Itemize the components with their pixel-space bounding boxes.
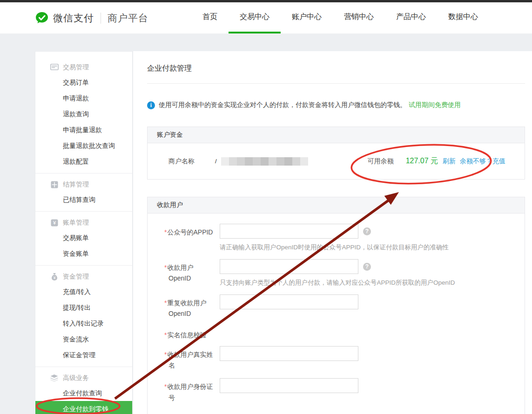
sidebar-item[interactable]: 保证金管理 (35, 347, 132, 363)
sidebar-group: 交易管理交易订单申请退款退款查询申请批量退款批量退款批次查询退款配置 (35, 56, 132, 173)
redacted-block (284, 157, 292, 166)
page-body: 交易管理交易订单申请退款退款查询申请批量退款批量退款批次查询退款配置结算管理已结… (0, 33, 532, 414)
sidebar-item[interactable]: 申请批量退款 (35, 122, 132, 138)
sidebar-group-label: 高级业务 (35, 371, 132, 385)
wechat-pay-logo: 微信支付 商户平台 (35, 11, 148, 25)
redacted-block (237, 157, 245, 166)
sidebar-item[interactable]: 企业付款查询 (35, 385, 132, 401)
sidebar-group-label: ¥资金管理 (35, 269, 132, 284)
redacted-block (229, 157, 237, 166)
payee-real-name-input[interactable] (220, 346, 358, 361)
billing-icon: ¥ (50, 219, 59, 227)
available-balance-label: 可用余额 (368, 157, 394, 166)
free-trial-link[interactable]: 试用期间免费使用 (409, 101, 461, 109)
payee-section: 收款用户 *公众号的APPID?请正确输入获取用户OpenID时使用的公众号AP… (147, 197, 525, 414)
account-funds-row: 商户名称 / 可用余额 127.07 元 刷新 余额不够？充值 (148, 143, 525, 179)
redacted-block (276, 157, 284, 166)
payee-section-header: 收款用户 (148, 197, 525, 214)
nav-tab[interactable]: 首页 (191, 2, 229, 33)
sidebar-item[interactable]: 已结算查询 (35, 192, 132, 207)
wechat-pay-bubble-check-icon (35, 11, 49, 25)
openid-repeat-input[interactable] (220, 294, 358, 309)
redacted-block (221, 157, 229, 166)
sidebar-item[interactable]: 批量退款批次查询 (35, 138, 132, 154)
product-name: 商户平台 (108, 12, 148, 25)
logo-divider (101, 13, 101, 24)
sidebar-item[interactable]: 提现/转出 (35, 300, 132, 315)
available-balance-value: 127.07 元 (406, 156, 438, 166)
form-row-payee-real-name: *收款用户真实姓名 (168, 346, 525, 371)
sidebar-item[interactable]: 资金账单 (35, 246, 132, 261)
brand-name: 微信支付 (53, 12, 94, 25)
openid-control: ?只支持向账户类型为个人的用户付款，请输入对应公众号APPID所获取的用户Ope… (220, 259, 455, 287)
sidebar-group-title: 结算管理 (63, 180, 89, 189)
form-row-appid: *公众号的APPID?请正确输入获取用户OpenID时使用的公众号APPID，以… (168, 224, 525, 252)
main-nav: 首页交易中心账户中心营销中心产品中心数据中心 (191, 2, 489, 33)
sidebar: 交易管理交易订单申请退款退款查询申请批量退款批量退款批次查询退款配置结算管理已结… (35, 51, 133, 414)
form-row-openid-repeat: *重复收款用户OpenID (168, 294, 525, 319)
required-asterisk: * (164, 264, 167, 271)
sidebar-item[interactable]: 交易账单 (35, 230, 132, 246)
payee-form: *公众号的APPID?请正确输入获取用户OpenID时使用的公众号APPID，以… (148, 214, 525, 414)
form-row-openid: *收款用户OpenID?只支持向账户类型为个人的用户付款，请输入对应公众号APP… (168, 259, 525, 287)
settlement-icon (50, 180, 59, 188)
sidebar-item[interactable]: 交易订单 (35, 74, 132, 90)
sidebar-item[interactable]: 转入/转出记录 (35, 315, 132, 331)
redacted-block (253, 157, 261, 166)
merchant-name-label: 商户名称 (168, 157, 215, 166)
nav-tab[interactable]: 营销中心 (333, 2, 385, 33)
payee-id-number-label: *收款用户身份证号 (168, 378, 215, 403)
nav-tab[interactable]: 产品中心 (385, 2, 437, 33)
sidebar-group: ¥账单管理交易账单资金账单 (35, 211, 132, 265)
sidebar-group-title: 资金管理 (63, 272, 89, 281)
sidebar-item[interactable]: 资金流水 (35, 331, 132, 347)
payee-real-name-label: *收款用户真实姓名 (168, 346, 215, 371)
redacted-block (292, 157, 300, 166)
payee-id-number-input[interactable] (220, 378, 358, 393)
openid-input[interactable] (220, 259, 358, 274)
appid-input[interactable] (220, 224, 358, 239)
sidebar-group: 高级业务企业付款查询企业付款到零钱 (35, 367, 132, 414)
redacted-block (269, 157, 276, 166)
payee-real-name-control (220, 346, 358, 371)
realname-check-label: *实名信息校验 (168, 327, 206, 341)
openid-hint: 只支持向账户类型为个人的用户付款，请输入对应公众号APPID所获取的用户Open… (220, 279, 455, 287)
appid-label: *公众号的APPID (168, 224, 215, 252)
svg-text:¥: ¥ (53, 275, 55, 280)
openid-repeat-label: *重复收款用户OpenID (168, 294, 215, 319)
form-row-payee-id-number: *收款用户身份证号 (168, 378, 525, 403)
openid-repeat-control (220, 294, 358, 319)
account-funds-header: 账户资金 (148, 127, 525, 143)
nav-tab[interactable]: 账户中心 (281, 2, 333, 33)
advanced-icon (50, 374, 59, 382)
help-question-icon[interactable]: ? (363, 263, 371, 271)
sidebar-group-label: 交易管理 (35, 60, 132, 74)
sidebar-group-title: 高级业务 (63, 374, 89, 382)
required-asterisk: * (164, 383, 167, 390)
required-asterisk: * (164, 351, 167, 358)
sidebar-group-label: ¥账单管理 (35, 215, 132, 230)
form-row-realname-check: *实名信息校验 (168, 327, 525, 341)
nav-tab[interactable]: 数据中心 (437, 2, 489, 33)
sidebar-item[interactable]: 充值/转入 (35, 284, 132, 300)
sidebar-item[interactable]: 退款配置 (35, 154, 132, 169)
payee-id-number-control (220, 378, 358, 403)
nav-tab[interactable]: 交易中心 (229, 2, 281, 33)
appid-control: ?请正确输入获取用户OpenID时使用的公众号APPID，以保证付款目标用户的准… (220, 224, 449, 252)
required-asterisk: * (164, 228, 167, 236)
notice-bar: i 使用可用余额中的资金实现企业对个人的付款，付款资金将转入用户微信钱包的零钱。… (147, 101, 525, 109)
page-title: 企业付款管理 (147, 51, 525, 84)
header: 微信支付 商户平台 首页交易中心账户中心营销中心产品中心数据中心 (0, 2, 532, 33)
sidebar-item[interactable]: 退款查询 (35, 106, 132, 122)
sidebar-item[interactable]: 申请退款 (35, 90, 132, 106)
merchant-name-prefix: / (215, 158, 217, 165)
recharge-link[interactable]: 余额不够？充值 (460, 157, 505, 165)
redacted-block (261, 157, 269, 166)
appid-hint: 请正确输入获取用户OpenID时使用的公众号APPID，以保证付款目标用户的准确… (220, 243, 449, 252)
help-question-icon[interactable]: ? (363, 227, 371, 235)
sidebar-item[interactable]: 企业付款到零钱 (35, 401, 132, 414)
refresh-link[interactable]: 刷新 (443, 157, 456, 165)
account-funds-section: 账户资金 商户名称 / 可用余额 127.07 元 刷新 余额不够？充值 (147, 127, 525, 180)
redacted-block (245, 157, 253, 166)
sidebar-group: 结算管理已结算查询 (35, 173, 132, 211)
